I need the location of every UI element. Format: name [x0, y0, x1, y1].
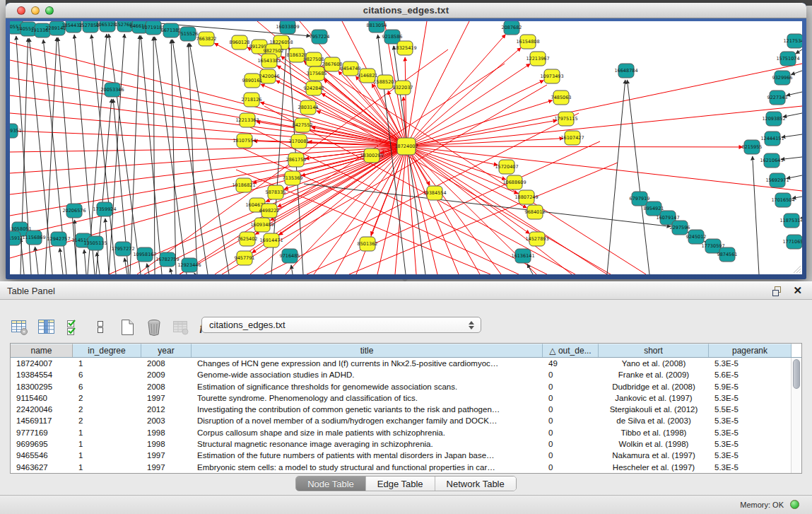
show-column-icon[interactable] [37, 317, 57, 337]
delete-trash-icon[interactable] [144, 317, 164, 337]
graph-node-label: 13505135 [83, 240, 107, 246]
table-options-icon[interactable] [10, 317, 30, 337]
table-row[interactable]: 911546021997Tourette syndrome. Phenomeno… [11, 392, 801, 404]
select-columns-icon[interactable] [64, 317, 83, 337]
graph-node[interactable]: 18724007 [394, 138, 418, 155]
cell-short: Nakamura et al. (1997) [599, 450, 709, 461]
graph-node[interactable]: 9329966 [772, 71, 793, 85]
table-row[interactable]: 969969511998Structural magnetic resonanc… [11, 438, 801, 450]
graph-node[interactable]: 9827508 [304, 52, 324, 66]
graph-node[interactable]: 10958167 [133, 247, 156, 262]
graph-node[interactable]: 12942757 [47, 232, 70, 246]
graph-node[interactable]: 16107427 [560, 131, 584, 145]
table-row[interactable]: 977716911998Corpus callosum shape and si… [11, 427, 801, 438]
new-document-icon[interactable] [117, 317, 137, 337]
tab-node-table[interactable]: Node Table [296, 477, 366, 491]
table-row[interactable]: 1830029562008Estimation of significance … [11, 381, 801, 392]
graph-node[interactable]: 16093489 [250, 218, 273, 232]
float-panel-icon[interactable] [772, 286, 782, 296]
graph-node[interactable]: 11875314 [779, 214, 802, 228]
graph-node[interactable]: 16210643 [760, 153, 783, 168]
graph-node[interactable]: 10688609 [502, 175, 526, 189]
graph-node[interactable]: 18107554 [233, 134, 256, 148]
graph-node[interactable]: 9874561 [717, 247, 738, 262]
cell-year: 2008 [141, 358, 192, 369]
graph-node[interactable]: 16154808 [516, 35, 539, 49]
graph-node[interactable]: 16136141 [511, 249, 534, 263]
column-header-short[interactable]: short [599, 344, 709, 357]
column-header-year[interactable]: year [141, 344, 192, 357]
close-panel-icon[interactable]: ✕ [793, 285, 802, 296]
table-row[interactable]: 2242004622012Investigating the contribut… [11, 404, 801, 415]
table-scrollbar-thumb[interactable] [793, 359, 800, 389]
graph-node[interactable]: 8322037 [393, 81, 413, 95]
graph-node[interactable]: 12175344 [783, 34, 802, 48]
graph-node-label: 8960128 [230, 40, 250, 45]
graph-node[interactable]: 8215955 [742, 140, 763, 154]
graph-node[interactable]: 12444151 [760, 132, 784, 146]
graph-node[interactable]: 2718126 [242, 93, 262, 107]
table-scrollbar-track[interactable] [791, 358, 801, 473]
graph-node[interactable]: 7625402 [237, 232, 258, 246]
graph-node[interactable]: 4498222 [259, 204, 280, 218]
memory-ok-indicator[interactable] [790, 500, 799, 509]
graph-node[interactable]: 7663822 [196, 32, 217, 46]
graph-node[interactable]: 9227343 [767, 90, 788, 105]
graph-node[interactable]: 18807249 [514, 190, 538, 204]
graph-node[interactable]: 3170081 [289, 134, 310, 148]
cell-title: Estimation of significance thresholds fo… [192, 381, 543, 392]
graph-node[interactable]: 9890161 [242, 74, 263, 88]
graph-node[interactable]: 9245012 [686, 230, 707, 244]
tab-edge-table[interactable]: Edge Table [366, 477, 435, 491]
table-selector-dropdown[interactable]: citations_edges.txt [201, 317, 481, 333]
graph-node[interactable]: 17710655 [782, 235, 802, 249]
graph-node[interactable]: 18409351 [10, 124, 22, 138]
graph-node[interactable]: 9716485 [280, 249, 300, 263]
graph-node[interactable]: 7515526 [178, 27, 199, 41]
graph-node[interactable]: 2861759 [286, 153, 307, 167]
resize-grip-icon[interactable] [790, 262, 801, 274]
graph-node[interactable]: 7957224 [310, 30, 330, 44]
graph-node[interactable]: 17016504 [771, 193, 794, 207]
cell-in_degree: 1 [73, 427, 141, 438]
graph-node[interactable]: 5878335 [266, 185, 286, 199]
network-canvas[interactable]: 2005572114055714191336182289140618544321… [10, 21, 802, 274]
graph-node[interactable]: 9457791 [235, 251, 255, 265]
tab-network-table[interactable]: Network Table [435, 477, 516, 491]
graph-node[interactable]: 10973493 [540, 69, 563, 83]
graph-node[interactable]: 16648784 [614, 64, 637, 78]
graph-node[interactable]: 14527893 [525, 232, 548, 246]
column-header-in_degree[interactable]: in_degree [73, 344, 141, 357]
graph-node[interactable]: 15692971 [765, 173, 789, 187]
graph-node[interactable]: 12213967 [526, 52, 549, 66]
column-header-pagerank[interactable]: pagerank [709, 344, 792, 357]
graph-node[interactable]: 2867608 [322, 57, 343, 71]
row-height-icon[interactable] [90, 317, 110, 337]
graph-node[interactable]: 12093852 [762, 112, 785, 126]
graph-node[interactable]: 7485063 [551, 90, 572, 105]
graph-node[interactable]: 9684012 [525, 205, 546, 219]
cell-title: Tourette syndrome. Phenomenology and cla… [192, 392, 543, 404]
graph-node[interactable]: 2087682 [502, 21, 522, 35]
table-row[interactable]: 1938455462009Genome-wide association stu… [11, 369, 801, 380]
graph-node[interactable]: 7135369 [283, 171, 303, 185]
graph-node[interactable]: 8501362 [358, 237, 378, 251]
graph-node[interactable]: 8813054 [367, 21, 387, 33]
graph-node[interactable]: 8427552 [293, 118, 313, 132]
table-row[interactable]: 946362711997Embryonic stem cells: a mode… [11, 462, 801, 473]
table-row[interactable]: 1872400712008Changes of HCN gene express… [11, 358, 801, 369]
column-header-title[interactable]: title [192, 344, 543, 357]
graph-node[interactable]: 16033809 [276, 21, 299, 34]
graph-node[interactable]: 8960128 [230, 35, 250, 49]
table-row[interactable]: 946554611997Estimation of the future num… [11, 450, 801, 461]
column-header-out_de[interactable]: △ out_de... [543, 344, 599, 357]
graph-node[interactable]: 12923446 [177, 258, 201, 272]
graph-node[interactable]: 3175685 [307, 66, 327, 81]
graph-node[interactable]: 2803144 [298, 100, 319, 115]
table-row[interactable]: 1456911722003Disruption of a novel membe… [11, 415, 801, 426]
graph-node[interactable]: 2297596 [670, 221, 690, 235]
network-window-titlebar[interactable]: citations_edges.txt [6, 3, 806, 18]
column-header-name[interactable]: name [11, 344, 73, 357]
graph-node[interactable]: 9242848 [304, 81, 324, 95]
graph-node[interactable]: 15720407 [495, 160, 518, 174]
